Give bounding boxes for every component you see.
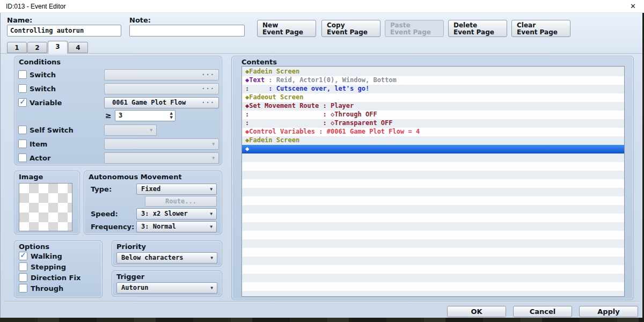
cancel-button[interactable]: Cancel — [513, 306, 572, 317]
more-icon: ··· — [201, 71, 215, 78]
ok-button[interactable]: OK — [447, 306, 506, 317]
self-switch-label: Self Switch — [30, 126, 74, 134]
walking-checkbox[interactable]: ✓ — [19, 252, 27, 260]
paste-event-page-button: Paste Event Page — [385, 20, 444, 37]
type-value: Fixed — [141, 185, 160, 193]
event-command-row[interactable]: : : Cutscene over, let's go! — [242, 85, 624, 93]
event-command-text: ◆Fadeout Screen — [245, 93, 303, 101]
conditions-panel: Conditions Switch ··· Switch ··· ✓ Varia… — [14, 56, 222, 165]
tab-page-4[interactable]: 4 — [68, 42, 88, 53]
more-icon: ··· — [201, 85, 215, 92]
through-checkbox[interactable] — [19, 284, 27, 292]
event-command-row[interactable]: ◆Text : Reid, Actor1(0), Window, Bottom — [242, 76, 624, 85]
priority-value: Below characters — [121, 254, 184, 261]
contents-panel: Contents ◆Fadein Screen◆Text : Reid, Act… — [231, 56, 634, 300]
spin-up-icon[interactable]: ▲ — [170, 112, 173, 115]
options-panel: Options ✓ Walking Stepping Direction Fix… — [14, 240, 103, 298]
button-label: Event Page — [390, 29, 443, 36]
delete-event-page-button[interactable]: Delete Event Page — [448, 20, 507, 37]
movement-title: Autonomous Movement — [89, 173, 182, 181]
chevron-down-icon: ▼ — [150, 128, 152, 133]
note-label: Note: — [129, 16, 151, 24]
variable-value-button[interactable]: 0061 Game Plot Flow ··· — [104, 97, 219, 108]
event-command-row[interactable]: ◆Fadeout Screen — [242, 93, 624, 102]
switch1-checkbox[interactable] — [18, 70, 27, 79]
trigger-dropdown[interactable]: Autorun ▼ — [116, 282, 217, 294]
event-command-text: : : ◇Through OFF — [245, 111, 377, 118]
event-command-row[interactable]: : : ◇Transparent OFF — [242, 119, 624, 128]
chevron-down-icon: ▼ — [212, 142, 215, 147]
event-command-text: ◆Control Variables : #0061 Game Plot Flo… — [245, 128, 420, 135]
name-label: Name: — [7, 16, 32, 24]
movement-speed-dropdown[interactable]: 3: x2 Slower ▼ — [136, 208, 217, 219]
apply-button[interactable]: Apply — [579, 306, 638, 317]
background-map-strip — [0, 318, 644, 322]
event-command-row[interactable]: ◆ — [242, 145, 624, 153]
new-event-page-button[interactable]: New Event Page — [257, 20, 316, 37]
tab-page-1[interactable]: 1 — [7, 42, 27, 53]
event-command-text: : : ◇Transparent OFF — [245, 119, 393, 127]
button-label: Event Page — [517, 29, 570, 36]
clear-event-page-button[interactable]: Clear Event Page — [511, 20, 570, 37]
note-input[interactable] — [129, 25, 245, 36]
event-command-row[interactable]: : : ◇Through OFF — [242, 111, 624, 119]
switch1-label: Switch — [30, 71, 56, 79]
event-command-text: ◆Fadein Screen — [245, 68, 299, 75]
variable-checkbox[interactable]: ✓ — [18, 98, 27, 107]
movement-frequency-dropdown[interactable]: 3: Normal ▼ — [136, 221, 217, 232]
image-panel: Image — [14, 171, 80, 235]
conditions-title: Conditions — [19, 58, 61, 66]
contents-list[interactable]: ◆Fadein Screen◆Text : Reid, Actor1(0), W… — [241, 66, 625, 297]
item-label: Item — [30, 140, 47, 148]
walking-label: Walking — [31, 252, 62, 260]
spin-down-icon[interactable]: ▼ — [170, 116, 173, 120]
priority-dropdown[interactable]: Below characters ▼ — [116, 252, 217, 264]
event-command-row[interactable]: ◆Set Movement Route : Player — [242, 102, 624, 111]
event-command-row[interactable]: ◆Fadein Screen — [242, 68, 624, 76]
trigger-title: Trigger — [116, 273, 144, 281]
route-button: Route... — [145, 196, 217, 207]
chevron-down-icon: ▼ — [210, 225, 213, 229]
movement-type-dropdown[interactable]: Fixed ▼ — [136, 184, 217, 195]
name-input[interactable] — [7, 25, 121, 36]
event-editor-window: ID:013 - Event Editor ✕ Name: Note: New … — [0, 0, 644, 322]
options-title: Options — [19, 243, 49, 251]
priority-title: Priority — [116, 243, 146, 251]
self-switch-dropdown: ▼ — [104, 125, 157, 136]
comparison-operator: ≥ — [105, 111, 112, 120]
variable-value-spinner[interactable]: 3 ▲ ▼ — [115, 110, 175, 121]
chevron-down-icon: ▼ — [210, 286, 213, 290]
tab-page-3[interactable]: 3 — [48, 41, 68, 54]
contents-title: Contents — [241, 58, 277, 66]
event-command-text: ◆Set Movement Route : Player — [245, 102, 354, 109]
close-icon[interactable]: ✕ — [630, 2, 636, 10]
tab-page-2[interactable]: 2 — [27, 42, 47, 53]
item-dropdown: ▼ — [104, 138, 219, 150]
actor-checkbox[interactable] — [18, 153, 27, 162]
priority-panel: Priority Below characters ▼ — [112, 240, 222, 267]
chevron-down-icon: ▼ — [212, 156, 215, 160]
window-title: ID:013 - Event Editor — [6, 3, 65, 10]
event-command-row[interactable]: ◆Fadein Screen — [242, 136, 624, 145]
switch1-field: ··· — [104, 69, 219, 80]
stepping-checkbox[interactable] — [19, 262, 27, 271]
speed-value: 3: x2 Slower — [141, 210, 188, 217]
frequency-label: Frequency: — [91, 223, 134, 231]
image-title: Image — [19, 173, 43, 181]
switch2-field: ··· — [104, 83, 219, 94]
image-preview[interactable] — [19, 183, 72, 231]
button-label: Event Page — [327, 29, 380, 36]
event-command-text: : Reid, Actor1(0), Window, Bottom — [265, 76, 397, 84]
event-command-row[interactable]: ◆Control Variables : #0061 Game Plot Flo… — [242, 128, 624, 136]
switch2-checkbox[interactable] — [18, 84, 27, 93]
self-switch-checkbox[interactable] — [18, 126, 27, 134]
event-editor-dialog: Name: Note: New Event Page Copy Event Pa… — [0, 13, 642, 318]
direction-fix-checkbox[interactable] — [19, 273, 27, 282]
chevron-down-icon: ▼ — [210, 256, 213, 260]
actor-dropdown: ▼ — [104, 152, 219, 164]
switch2-label: Switch — [30, 85, 56, 93]
item-checkbox[interactable] — [18, 140, 27, 148]
chevron-down-icon: ▼ — [210, 187, 213, 192]
checkmark-icon: ✓ — [19, 251, 27, 259]
copy-event-page-button[interactable]: Copy Event Page — [321, 20, 380, 37]
